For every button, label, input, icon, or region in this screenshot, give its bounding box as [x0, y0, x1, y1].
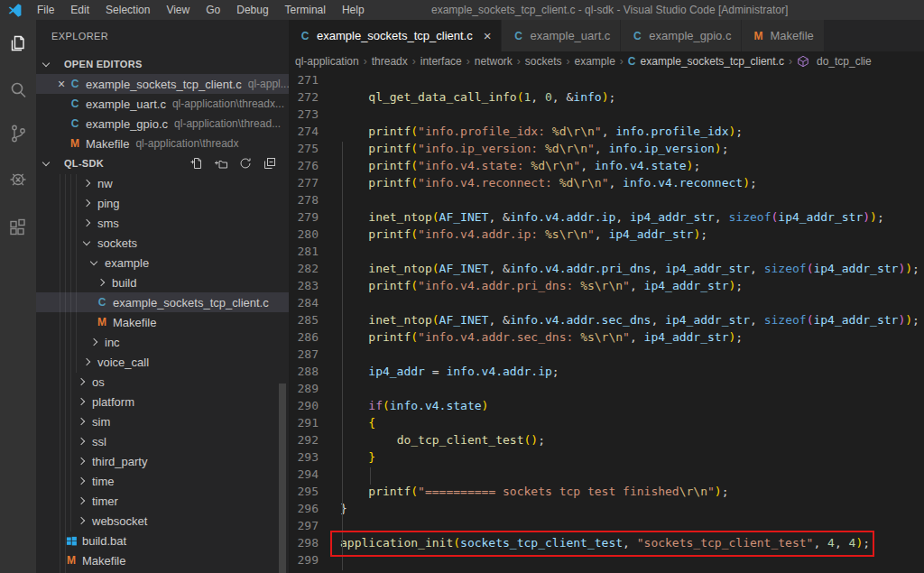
code-line[interactable]: 292 do_tcp_client_test();: [289, 431, 924, 448]
line-number[interactable]: 296: [289, 500, 319, 517]
line-number[interactable]: 289: [289, 380, 319, 397]
tree-item-sim[interactable]: sim: [36, 411, 289, 431]
tree-item-example[interactable]: example: [36, 253, 289, 273]
menu-go[interactable]: Go: [198, 0, 228, 20]
code-line[interactable]: 285 inet_ntop(AF_INET, &info.v4.addr.sec…: [289, 311, 924, 328]
breadcrumb-item[interactable]: threadx: [372, 55, 408, 68]
tree-item-os[interactable]: os: [36, 372, 289, 392]
code-line[interactable]: 277 printf("info.v4.reconnect: %d\r\n", …: [289, 174, 924, 191]
breadcrumb-item[interactable]: ql-application: [295, 55, 359, 68]
line-number[interactable]: 277: [289, 174, 319, 191]
code-line[interactable]: 274 printf("info.profile_idx: %d\r\n", i…: [289, 123, 924, 140]
code-line[interactable]: 282 inet_ntop(AF_INET, &info.v4.addr.pri…: [289, 260, 924, 277]
code-line[interactable]: 284: [289, 294, 924, 311]
line-number[interactable]: 293: [289, 448, 319, 466]
tab-example-uart-c[interactable]: Cexample_uart.c: [502, 20, 621, 51]
sidebar-scrollbar[interactable]: [279, 384, 286, 573]
line-number[interactable]: 288: [289, 363, 319, 380]
activity-source-control-icon[interactable]: [7, 123, 29, 144]
line-number[interactable]: 282: [289, 260, 319, 277]
code-line[interactable]: 272 ql_get_data_call_info(1, 0, &info);: [289, 88, 924, 106]
line-number[interactable]: 281: [289, 243, 319, 260]
line-number[interactable]: 290: [289, 397, 319, 414]
code-line[interactable]: 273: [289, 106, 924, 123]
tree-item-inc[interactable]: inc: [36, 332, 289, 352]
tab-example-gpio-c[interactable]: Cexample_gpio.c: [621, 20, 742, 51]
activity-search-icon[interactable]: [7, 79, 29, 101]
line-number[interactable]: 279: [289, 208, 319, 226]
menu-help[interactable]: Help: [334, 0, 373, 20]
activity-explorer-icon[interactable]: [7, 32, 29, 54]
line-number[interactable]: 283: [289, 277, 319, 294]
collapse-all-icon[interactable]: [263, 156, 277, 171]
code-line[interactable]: 293 }: [289, 448, 924, 466]
tree-item-build-bat[interactable]: build.bat: [36, 531, 289, 550]
line-number[interactable]: 278: [289, 191, 319, 208]
tab-example-sockets-tcp-client-c[interactable]: Cexample_sockets_tcp_client.c×: [289, 20, 502, 51]
menu-edit[interactable]: Edit: [62, 0, 97, 20]
breadcrumb-file[interactable]: Cexample_sockets_tcp_client.c: [628, 55, 784, 68]
project-header[interactable]: QL-SDK: [36, 153, 289, 173]
code-line[interactable]: 276 printf("info.v4.state: %d\r\n", info…: [289, 157, 924, 174]
line-number[interactable]: 275: [289, 140, 319, 157]
tree-item-sockets[interactable]: sockets: [36, 233, 289, 253]
breadcrumb-item[interactable]: sockets: [525, 55, 562, 68]
tree-item-time[interactable]: time: [36, 471, 289, 491]
code-line[interactable]: 275 printf("info.ip_version: %d\r\n", in…: [289, 140, 924, 157]
tree-item-websocket[interactable]: websocket: [36, 511, 289, 531]
code-line[interactable]: 294: [289, 466, 924, 483]
line-number[interactable]: 276: [289, 157, 319, 174]
tree-item-makefile[interactable]: MMakefile: [36, 550, 289, 570]
code-line[interactable]: 280 printf("info.v4.addr.ip: %s\r\n", ip…: [289, 226, 924, 243]
line-number[interactable]: 285: [289, 311, 319, 328]
activity-extensions-icon[interactable]: [7, 217, 29, 238]
line-number[interactable]: 298: [289, 534, 319, 551]
code-line[interactable]: 271: [289, 71, 924, 88]
code-line[interactable]: 279 inet_ntop(AF_INET, &info.v4.addr.ip,…: [289, 208, 924, 226]
line-number[interactable]: 292: [289, 431, 319, 448]
line-number[interactable]: 297: [289, 517, 319, 534]
tree-item-third-party[interactable]: third_party: [36, 451, 289, 471]
open-editor-item[interactable]: ×Cexample_sockets_tcp_client.cql-appl...: [36, 74, 289, 94]
code-line[interactable]: 288 ip4_addr = info.v4.addr.ip;: [289, 363, 924, 380]
close-icon[interactable]: ×: [54, 77, 69, 91]
menu-file[interactable]: File: [29, 0, 62, 20]
close-icon[interactable]: ×: [484, 29, 492, 42]
line-number[interactable]: 274: [289, 123, 319, 140]
code-line[interactable]: 290 if(info.v4.state): [289, 397, 924, 414]
tree-item-build[interactable]: build: [36, 273, 289, 292]
open-editor-item[interactable]: Cexample_uart.cql-application\threadx...: [36, 94, 289, 114]
line-number[interactable]: 299: [289, 551, 319, 568]
code-line[interactable]: 286 printf("info.v4.addr.sec_dns: %s\r\n…: [289, 328, 924, 346]
tree-item-ping[interactable]: ping: [36, 193, 289, 213]
open-editor-item[interactable]: MMakefileql-application\threadx: [36, 134, 289, 153]
tab-makefile[interactable]: MMakefile: [742, 20, 824, 51]
menu-terminal[interactable]: Terminal: [277, 0, 334, 20]
tree-item-ssl[interactable]: ssl: [36, 431, 289, 451]
line-number[interactable]: 284: [289, 294, 319, 311]
line-number[interactable]: 272: [289, 88, 319, 106]
new-folder-icon[interactable]: [214, 156, 228, 171]
tree-item-makefile[interactable]: MMakefile: [36, 312, 289, 332]
code-line[interactable]: 295 printf("========== sockets tcp test …: [289, 483, 924, 500]
open-editor-item[interactable]: Cexample_gpio.cql-application\thread...: [36, 114, 289, 134]
line-number[interactable]: 291: [289, 414, 319, 431]
code-line[interactable]: 287: [289, 346, 924, 363]
menu-view[interactable]: View: [158, 0, 198, 20]
tree-item-voice-call[interactable]: voice_call: [36, 352, 289, 372]
menu-selection[interactable]: Selection: [97, 0, 158, 20]
code-area[interactable]: 271272 ql_get_data_call_info(1, 0, &info…: [289, 71, 924, 573]
breadcrumb-item[interactable]: interface: [420, 55, 462, 68]
breadcrumb-item[interactable]: network: [475, 55, 513, 68]
tree-item-timer[interactable]: timer: [36, 491, 289, 511]
line-number[interactable]: 271: [289, 71, 319, 88]
refresh-icon[interactable]: [238, 156, 253, 171]
code-line[interactable]: 291 {: [289, 414, 924, 431]
tree-item-example-sockets-tcp-client-c[interactable]: Cexample_sockets_tcp_client.c: [36, 292, 289, 312]
menu-debug[interactable]: Debug: [228, 0, 276, 20]
code-line[interactable]: 283 printf("info.v4.addr.pri_dns: %s\r\n…: [289, 277, 924, 294]
open-editors-header[interactable]: OPEN EDITORS: [36, 54, 289, 74]
code-line[interactable]: 289: [289, 380, 924, 397]
code-line[interactable]: 281: [289, 243, 924, 260]
code-line[interactable]: 296}: [289, 500, 924, 517]
